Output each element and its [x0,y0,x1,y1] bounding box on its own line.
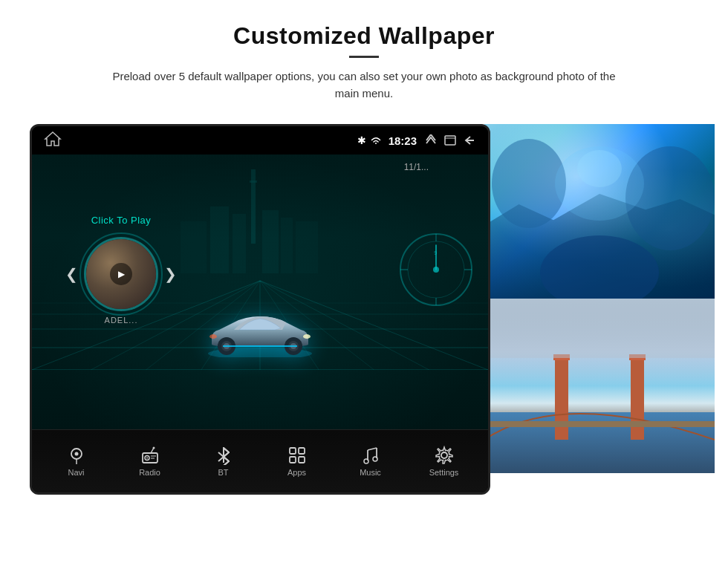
title-section: Customized Wallpaper Preload over 5 defa… [104,22,624,102]
next-arrow[interactable]: ❯ [164,265,177,283]
nav-item-settings[interactable]: Settings [418,446,470,477]
content-area: ✱ 18:23 [30,124,698,495]
svg-rect-61 [290,457,296,463]
music-icon [361,446,380,465]
home-icon [44,131,62,146]
status-icons: ✱ [357,134,381,146]
svg-rect-5 [250,180,257,183]
album-art-container: ❮ ▶ [65,237,177,311]
status-bar: ✱ 18:23 [32,126,488,154]
svg-rect-59 [290,448,296,454]
wifi-icon [371,135,381,146]
radio-icon [140,446,160,465]
ice-image [484,124,715,299]
svg-rect-62 [299,457,305,463]
svg-rect-75 [631,358,644,440]
settings-icon [435,446,454,465]
status-right: ✱ 18:23 [357,134,476,147]
nav-label-radio: Radio [139,468,160,477]
car-svg [201,302,319,357]
page-title: Customized Wallpaper [104,22,624,50]
status-left [44,131,62,149]
album-art: ▶ [86,237,156,311]
svg-point-50 [146,458,148,459]
nav-item-apps[interactable]: Apps [271,446,323,477]
svg-point-73 [577,150,622,187]
svg-marker-0 [45,132,60,146]
album-wrapper: ▶ [84,237,158,311]
right-dial: 9 [391,169,481,370]
album-circle: ▶ [84,237,158,311]
sort-icon [424,134,438,146]
svg-point-54 [152,447,155,449]
nav-item-navi[interactable]: Navi [51,446,103,477]
svg-text:9: 9 [434,250,438,256]
svg-line-63 [368,448,377,450]
svg-point-66 [364,459,368,463]
car-screen: ✱ 18:23 [30,124,490,495]
bridge-svg [484,299,715,473]
music-player: Click To Play ❮ [39,169,203,370]
page-subtitle: Preload over 5 default wallpaper options… [104,68,624,102]
bluetooth-nav-icon [214,446,233,465]
nav-label-settings: Settings [429,468,459,477]
nav-label-bt: BT [218,468,228,477]
thumbnail-bridge [484,299,715,473]
car-center [193,296,327,362]
apps-icon [287,446,307,465]
dial-svg: 9 [395,229,477,310]
bridge-image [484,299,715,473]
svg-point-44 [433,267,439,273]
svg-rect-79 [484,299,715,358]
location-icon [67,446,86,465]
thumbnail-images [484,124,715,473]
back-icon [463,134,476,146]
nav-item-bt[interactable]: BT [198,446,250,477]
nav-icons-right [424,134,476,146]
nav-item-radio[interactable]: Radio [124,446,176,477]
page-container: Customized Wallpaper Preload over 5 defa… [0,0,728,563]
svg-point-71 [540,235,659,299]
svg-point-35 [303,334,311,339]
play-button[interactable]: ▶ [110,263,132,285]
svg-point-36 [209,334,217,339]
nav-label-apps: Apps [287,468,306,477]
svg-rect-1 [445,136,455,145]
svg-line-57 [218,452,224,457]
svg-point-68 [441,452,447,458]
time-display: 18:23 [389,134,417,147]
nav-label-navi: Navi [68,468,84,477]
thumbnail-ice [484,124,715,299]
nav-label-music: Music [360,468,381,477]
svg-point-47 [74,452,78,456]
bluetooth-status-icon: ✱ [357,134,366,146]
svg-rect-60 [299,448,305,454]
screen-nav: Navi Radio [32,429,488,492]
screen-main: 11/1... Click To Play ❮ [32,154,488,429]
window-icon [443,134,457,146]
svg-line-58 [218,457,224,461]
svg-point-67 [373,457,377,461]
svg-rect-78 [484,421,715,427]
title-divider [349,56,379,58]
svg-rect-74 [555,358,568,440]
ice-details [484,124,715,299]
click-to-play-label: Click To Play [91,215,152,226]
nav-item-music[interactable]: Music [345,446,397,477]
